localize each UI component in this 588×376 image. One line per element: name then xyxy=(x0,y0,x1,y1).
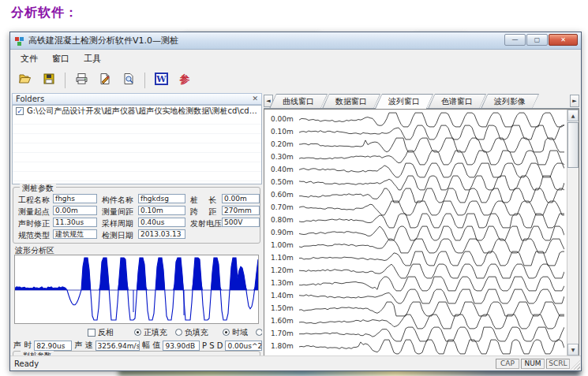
fill-radio-1[interactable]: 负填充 xyxy=(175,327,208,338)
menu-item-2[interactable]: 工具 xyxy=(77,50,108,67)
toolbar-separator xyxy=(65,73,66,88)
readout-value[interactable]: 3256.94m/s xyxy=(96,341,140,351)
domain-label: 时域 xyxy=(232,327,248,338)
invert-checkbox[interactable]: 反相 xyxy=(88,327,114,338)
radio-selected-icon[interactable] xyxy=(223,329,230,336)
open-icon xyxy=(18,73,32,88)
domain-radio-1[interactable]: 频域 xyxy=(256,327,262,338)
scroll-up-icon[interactable]: ▲ xyxy=(567,110,579,121)
readout-value[interactable]: 93.90dB xyxy=(163,341,200,351)
tab-色谱窗口[interactable]: 色谱窗口 xyxy=(428,94,486,109)
param-label: 采样周期 xyxy=(102,218,137,229)
wave-list-panel[interactable]: 1.80m1.70m1.60m1.50m1.40m1.30m1.20m1.10m… xyxy=(264,109,579,356)
checkbox-unchecked-icon[interactable] xyxy=(88,329,96,337)
save-icon xyxy=(43,73,55,88)
depth-label: 0.60m xyxy=(271,191,294,199)
tab-label: 数据窗口 xyxy=(323,95,380,109)
radio-selected-icon[interactable] xyxy=(134,329,141,336)
param-value[interactable]: 2013.03.13 xyxy=(138,229,185,239)
tab-曲线窗口[interactable]: 曲线窗口 xyxy=(269,94,328,109)
print-icon xyxy=(75,73,88,88)
waveform-plot xyxy=(15,255,258,323)
readout-label: P S D xyxy=(202,341,223,350)
toolbar-button-word-export[interactable]: W xyxy=(151,71,171,90)
param-value[interactable]: 0.00m xyxy=(222,194,260,203)
close-button[interactable]: ✕ xyxy=(549,34,578,46)
menu-bar: 文件窗口工具 xyxy=(10,50,581,69)
toolbar-button-save[interactable] xyxy=(39,71,59,90)
status-indicator-scrl: SCRL xyxy=(546,359,570,369)
status-text: Ready xyxy=(10,359,39,368)
minimize-button[interactable]: — xyxy=(504,34,526,46)
print-preview-icon xyxy=(122,73,135,88)
readout-value[interactable]: 82.90us xyxy=(34,341,72,351)
depth-label: 1.10m xyxy=(271,254,294,262)
folders-list[interactable]: ✓ G:\公司产品设计开发\超声仪器\超声仪实地检测数据\测桩cd\cd03\c… xyxy=(12,105,262,184)
waveform-analysis-chart[interactable] xyxy=(14,255,259,324)
pile-params-title: 测桩参数 xyxy=(20,183,56,194)
scrollbar-thumb[interactable] xyxy=(567,122,579,168)
toolbar-button-print[interactable] xyxy=(71,71,92,90)
app-window: 高铁建混凝土检测分析软件V1.0—测桩 — ▢ ✕ 文件窗口工具 W参 Fold… xyxy=(9,32,582,371)
vertical-scrollbar[interactable]: ▲ ▼ xyxy=(567,110,579,356)
depth-label: 1.00m xyxy=(271,241,294,249)
depth-label: 1.80m xyxy=(271,342,294,350)
param-value[interactable]: 建筑规范 xyxy=(53,229,97,239)
menu-item-0[interactable]: 文件 xyxy=(13,50,45,67)
toolbar-button-parameters[interactable]: 参 xyxy=(174,71,195,90)
toolbar-separator xyxy=(144,73,145,88)
folders-panel-header[interactable]: Folders ✕ xyxy=(12,93,262,105)
toolbar-button-print-setup[interactable] xyxy=(95,71,115,90)
parameters-icon: 参 xyxy=(178,73,191,88)
param-value[interactable]: 270mm xyxy=(222,206,260,215)
readout-label: 声 时 xyxy=(13,340,32,351)
checkbox-checked-icon[interactable]: ✓ xyxy=(16,107,24,115)
depth-label: 0.70m xyxy=(271,203,294,211)
scroll-down-icon[interactable]: ▼ xyxy=(567,344,579,356)
radio-unselected-icon[interactable] xyxy=(256,329,262,336)
param-label: 规范类型 xyxy=(18,230,51,241)
param-value[interactable]: 0.00m xyxy=(53,206,97,215)
close-icon[interactable]: ✕ xyxy=(252,95,258,102)
word-export-icon: W xyxy=(155,73,168,88)
status-indicator-num: NUM xyxy=(521,359,545,369)
toolbar-button-open[interactable] xyxy=(15,71,36,90)
right-pane: ◄ 曲线窗口数据窗口波列窗口色谱窗口波列影像 ► 1.80m1.70m1.60m… xyxy=(264,93,579,356)
radio-unselected-icon[interactable] xyxy=(175,329,182,336)
depth-label: 0.90m xyxy=(271,229,294,236)
param-value[interactable]: fhghs xyxy=(53,194,97,203)
param-value[interactable]: fhgkdsg xyxy=(138,194,185,203)
folder-item[interactable]: ✓ G:\公司产品设计开发\超声仪器\超声仪实地检测数据\测桩cd\cd03\c… xyxy=(13,106,261,117)
param-value[interactable]: 500V xyxy=(222,218,260,227)
folders-panel-title: Folders xyxy=(16,95,44,103)
svg-text:参: 参 xyxy=(179,73,190,85)
param-value[interactable]: 11.30us xyxy=(53,218,97,227)
param-label: 发射电压 xyxy=(190,218,222,229)
menu-item-1[interactable]: 窗口 xyxy=(45,50,77,67)
tab-label: 波列窗口 xyxy=(376,95,433,109)
resize-grip[interactable] xyxy=(571,360,580,370)
param-label: 跨 距 xyxy=(190,207,222,218)
toolbar-button-print-preview[interactable] xyxy=(118,71,139,90)
fill-radio-0[interactable]: 正填充 xyxy=(134,327,167,338)
depth-label: 0.50m xyxy=(271,178,294,186)
readout-value[interactable]: 0.00us^2/m xyxy=(225,341,262,351)
maximize-button[interactable]: ▢ xyxy=(526,34,548,46)
wave-rows-plot xyxy=(299,110,564,356)
readout-label: 声 速 xyxy=(74,340,92,351)
tab-波列窗口[interactable]: 波列窗口 xyxy=(375,94,433,109)
param-value[interactable]: 0.40us xyxy=(138,218,185,227)
tab-scroll-right-icon[interactable]: ► xyxy=(570,95,579,107)
depth-label: 0.40m xyxy=(271,166,294,173)
param-label: 工程名称 xyxy=(18,195,51,206)
depth-label: 0.30m xyxy=(271,153,294,161)
param-label: 桩 长 xyxy=(190,195,222,206)
domain-radio-0[interactable]: 时域 xyxy=(223,327,248,338)
tab-波列影像[interactable]: 波列影像 xyxy=(481,94,539,109)
param-value[interactable]: 0.10m xyxy=(138,206,185,215)
readouts-row: 声 时82.90us声 速3256.94m/s幅 值93.90dBP S D0.… xyxy=(13,340,262,351)
tab-数据窗口[interactable]: 数据窗口 xyxy=(322,94,380,109)
title-bar[interactable]: 高铁建混凝土检测分析软件V1.0—测桩 — ▢ ✕ xyxy=(10,32,581,50)
pile-params-group: 测桩参数 工程名称fhghs构件名称fhgkdsg桩 长0.00m测量起点0.0… xyxy=(13,187,260,244)
param-label: 检测日期 xyxy=(102,230,137,241)
